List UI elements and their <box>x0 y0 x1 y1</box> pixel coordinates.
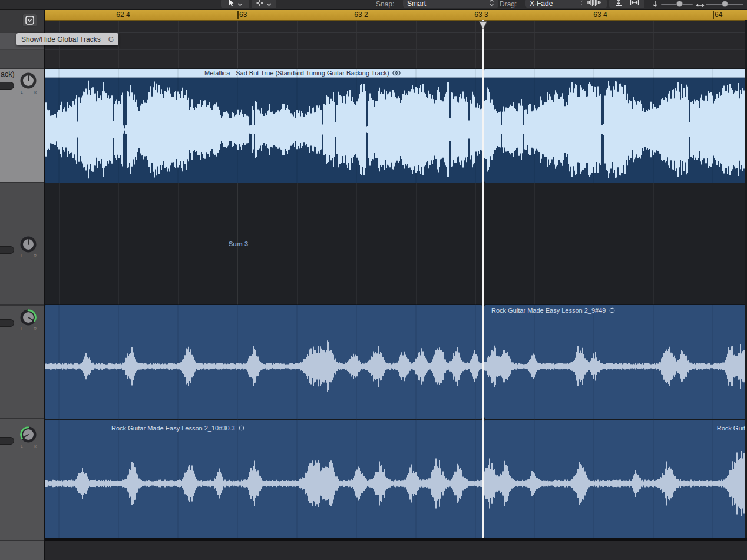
toolbar-divider <box>5 0 5 9</box>
playhead-line <box>482 20 484 538</box>
global-lane-separator <box>44 32 747 33</box>
waveform <box>484 305 747 419</box>
ruler-tick-label: 62 4 <box>116 10 130 20</box>
region-title-partial: Rock Guit <box>717 425 745 432</box>
waveform-zoom-icon <box>587 0 602 9</box>
vertical-zoom-icon <box>652 0 659 11</box>
svg-text:L: L <box>21 254 23 258</box>
svg-text:L: L <box>21 444 23 448</box>
snap-value: Smart <box>407 0 484 8</box>
track-stack-label: Sum 3 <box>229 240 248 247</box>
svg-text:R: R <box>34 254 37 258</box>
horizontal-zoom-icon <box>696 1 705 11</box>
slider-thumb[interactable] <box>676 1 683 7</box>
logic-pro-tracks-window: Snap: Smart Drag: X-Fade <box>0 0 747 560</box>
drag-dropdown[interactable]: X-Fade <box>525 0 590 8</box>
ruler-tick-label: 63 <box>239 10 247 20</box>
mono-icon <box>239 425 244 431</box>
horizontal-auto-zoom-icon[interactable] <box>630 0 639 9</box>
slider-thumb[interactable] <box>722 1 728 7</box>
svg-text:L: L <box>21 327 23 331</box>
ruler-tick-label: 63 3 <box>474 10 488 20</box>
snap-label: Snap: <box>376 0 394 8</box>
crosshair-tool-button[interactable] <box>252 0 276 8</box>
mono-icon <box>609 307 615 313</box>
audio-region-lesson10-left[interactable]: Rock Guitar Made Easy Lesson 2_10#30.3 <box>44 420 482 538</box>
global-tracks-button[interactable] <box>22 14 37 27</box>
region-title: Rock Guitar Made Easy Lesson 2_9#49 <box>491 307 615 314</box>
ruler-tick-label: 63 2 <box>354 10 368 20</box>
drag-label: Drag: <box>500 0 517 8</box>
volume-pill[interactable] <box>0 319 14 327</box>
pan-knob[interactable]: LR <box>18 69 39 95</box>
global-tracks-band-2 <box>0 49 44 69</box>
drag-value: X-Fade <box>530 0 576 8</box>
volume-pill[interactable] <box>0 246 14 254</box>
pan-knob[interactable]: LR <box>18 233 39 259</box>
waveform-zoom-button[interactable] <box>582 0 607 8</box>
track-header-5[interactable] <box>0 541 44 560</box>
svg-text:R: R <box>34 90 37 94</box>
region-title: Rock Guitar Made Easy Lesson 2_10#30.3 <box>111 425 244 432</box>
chevron-down-icon <box>237 0 243 9</box>
snap-dropdown[interactable]: Smart <box>403 0 498 8</box>
ruler-tick-mark <box>237 11 239 19</box>
chevron-down-icon <box>266 0 272 9</box>
track-name-fragment: ack) <box>1 70 15 78</box>
ruler-tick-label: 63 4 <box>593 10 607 20</box>
ruler-tick-label: 64 <box>715 10 722 20</box>
chevron-down-boxed-icon <box>25 16 34 25</box>
tooltip: Show/Hide Global Tracks G <box>16 33 118 45</box>
audio-region-lesson9-left[interactable] <box>44 305 482 419</box>
waveform <box>44 420 482 538</box>
vertical-auto-zoom-icon[interactable] <box>614 0 623 9</box>
waveform <box>484 69 747 183</box>
audio-region-lesson10-right[interactable]: Rock Guit <box>484 420 747 538</box>
crosshair-icon <box>256 0 263 9</box>
playhead-marker[interactable] <box>478 21 488 32</box>
tooltip-shortcut: G <box>108 35 114 44</box>
header-content-divider[interactable] <box>44 10 45 560</box>
tooltip-text: Show/Hide Global Tracks <box>21 35 101 44</box>
volume-pill[interactable] <box>0 82 14 90</box>
waveform <box>484 420 747 538</box>
svg-text:L: L <box>21 90 23 94</box>
volume-pill[interactable] <box>0 437 14 445</box>
svg-text:R: R <box>34 327 37 331</box>
pan-knob[interactable]: LR <box>18 423 39 449</box>
audio-region-lesson9-right[interactable]: Rock Guitar Made Easy Lesson 2_9#49 <box>484 305 747 419</box>
waveform <box>44 69 482 183</box>
global-lane-separator <box>44 49 747 50</box>
audio-region-metallica-right[interactable] <box>484 69 747 183</box>
audio-region-metallica-left[interactable]: Metallica - Sad But True (Standard Tunin… <box>44 69 482 183</box>
track-bottom-border <box>44 538 747 541</box>
bar-ruler[interactable]: 62 46363 263 363 464 <box>44 10 747 21</box>
pointer-tool-icon <box>228 0 234 9</box>
toolbar: Snap: Smart Drag: X-Fade <box>0 0 747 10</box>
pointer-tool-button[interactable] <box>221 0 249 8</box>
waveform <box>44 305 482 419</box>
ruler-tick-mark <box>713 11 714 19</box>
pan-knob[interactable]: LR <box>18 306 39 332</box>
auto-zoom-button-group <box>609 0 644 8</box>
chevron-updown-icon <box>489 0 494 8</box>
svg-text:R: R <box>34 444 37 448</box>
